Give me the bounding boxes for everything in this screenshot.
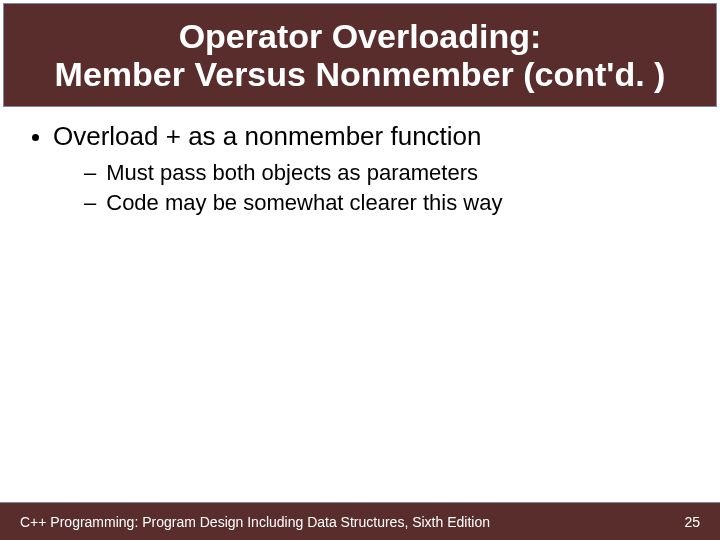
title-line-2: Member Versus Nonmember (cont'd. )	[55, 55, 666, 93]
bullet-item: Overload + as a nonmember function	[20, 120, 700, 153]
sub-bullet-item: – Must pass both objects as parameters	[84, 159, 700, 188]
bullet-text: Overload + as a nonmember function	[53, 120, 482, 153]
sub-bullet-text: Must pass both objects as parameters	[106, 159, 478, 188]
dash-icon: –	[84, 189, 96, 218]
footer-bar: C++ Programming: Program Design Includin…	[0, 502, 720, 540]
bullet-dot-icon	[32, 134, 39, 141]
sub-bullet-item: – Code may be somewhat clearer this way	[84, 189, 700, 218]
page-number: 25	[684, 514, 700, 530]
slide: Operator Overloading: Member Versus Nonm…	[0, 0, 720, 540]
sub-bullet-text: Code may be somewhat clearer this way	[106, 189, 502, 218]
dash-icon: –	[84, 159, 96, 188]
title-bar: Operator Overloading: Member Versus Nonm…	[3, 3, 717, 107]
footer-text: C++ Programming: Program Design Includin…	[20, 514, 490, 530]
body-area: Overload + as a nonmember function – Mus…	[20, 120, 700, 220]
title-line-1: Operator Overloading:	[179, 17, 542, 55]
slide-title: Operator Overloading: Member Versus Nonm…	[47, 17, 674, 93]
sub-bullet-list: – Must pass both objects as parameters –…	[84, 159, 700, 218]
